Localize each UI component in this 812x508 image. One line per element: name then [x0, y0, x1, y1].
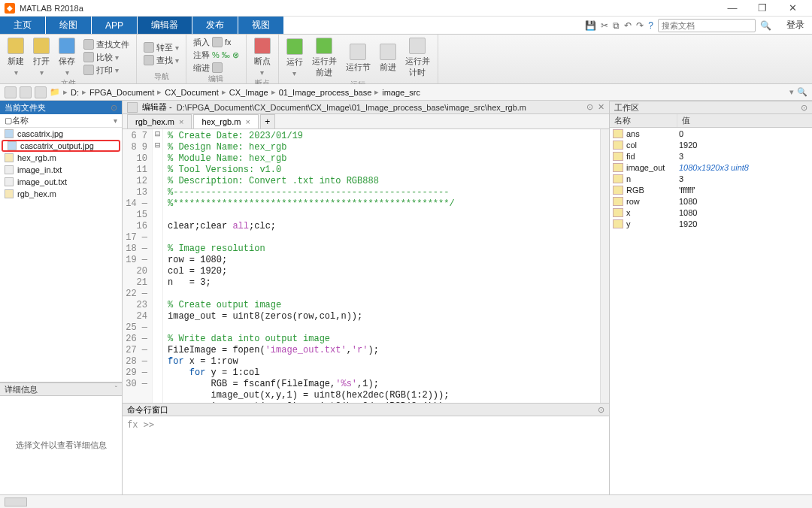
addr-search-icon[interactable]: 🔍	[797, 87, 807, 97]
tab-publish[interactable]: 发布	[192, 17, 238, 34]
run-section-button[interactable]: 运行节	[343, 42, 374, 74]
path-seg-4[interactable]: 01_Image_process_base	[279, 88, 372, 97]
group-label-nav: 导航	[154, 71, 169, 82]
details-message: 选择文件以查看详细信息	[0, 396, 122, 494]
comment-button[interactable]: 注释 % ‰ ⊗	[191, 49, 241, 61]
path-seg-2[interactable]: CX_Document	[165, 88, 219, 97]
maximize-button[interactable]: ❐	[747, 2, 777, 14]
qat-help-icon[interactable]: ?	[648, 20, 653, 31]
tab-home[interactable]: 主页	[0, 17, 45, 34]
nav-back-icon[interactable]	[5, 86, 17, 98]
ribbon-tab-strip: 主页 绘图 APP 编辑器 发布 视图 💾 ✂ ⧉ ↶ ↷ ? 🔍 登录	[0, 17, 812, 35]
workspace-variable[interactable]: row1080	[610, 195, 812, 207]
addr-dropdown-icon[interactable]: ▾	[789, 87, 794, 97]
tab-close-icon[interactable]: ×	[179, 117, 183, 126]
command-window[interactable]: fx >>	[123, 416, 609, 494]
new-button[interactable]: 新建▾	[5, 36, 27, 78]
editor-scrollbar[interactable]	[600, 129, 609, 403]
quick-access-toolbar: 💾 ✂ ⧉ ↶ ↷ ? 🔍	[577, 17, 779, 34]
nav-up-icon[interactable]	[35, 86, 47, 98]
variable-icon	[613, 163, 623, 172]
current-folder-header: 当前文件夹 ⊙	[0, 101, 122, 114]
run-button[interactable]: 运行▾	[283, 37, 306, 79]
qat-redo-icon[interactable]: ↷	[636, 20, 644, 31]
workspace-variable[interactable]: col1920	[610, 139, 812, 150]
editor-title-bar: 编辑器 - D:\FPGA_Document\CX_Document\CX_Im…	[123, 101, 609, 114]
qat-undo-icon[interactable]: ↶	[624, 20, 632, 31]
find-button[interactable]: 查找▾	[141, 54, 181, 66]
file-item[interactable]: image_out.txt	[0, 176, 122, 188]
file-list-header: ▢ 名称▾	[0, 114, 122, 128]
breakpoints-button[interactable]: 断点▾	[251, 36, 274, 78]
indent-icon	[212, 62, 223, 73]
tab-editor[interactable]: 编辑器	[138, 17, 192, 34]
insert-icon	[212, 37, 223, 47]
file-item[interactable]: rgb_hex.m	[0, 188, 122, 200]
workspace-variable[interactable]: y1920	[610, 218, 812, 229]
tab-close-icon[interactable]: ×	[245, 117, 250, 126]
run-advance-button[interactable]: 运行并 前进	[309, 36, 340, 80]
add-tab-button[interactable]: +	[260, 114, 275, 129]
compare-button[interactable]: 比较▾	[81, 51, 132, 63]
title-bar: ◆ MATLAB R2018a — ❐ ✕	[0, 0, 812, 17]
code-editor[interactable]: 6 7 8 9 10 11 12 13 14 — 15 16 17 — 18 —…	[123, 129, 609, 403]
file-tab-rgb-hex[interactable]: rgb_hex.m×	[127, 114, 192, 129]
tab-apps[interactable]: APP	[92, 17, 137, 34]
details-collapse-icon[interactable]: ˇ	[115, 386, 117, 394]
search-icon[interactable]: 🔍	[760, 20, 771, 31]
workspace-variable[interactable]: fid3	[610, 150, 812, 162]
close-button[interactable]: ✕	[777, 2, 807, 14]
workspace-variable[interactable]: ans0	[610, 128, 812, 139]
insert-button[interactable]: 插入 fx	[191, 36, 241, 48]
print-button[interactable]: 打印▾	[81, 64, 132, 76]
file-item[interactable]: image_in.txt	[0, 164, 122, 176]
editor-panel: 编辑器 - D:\FPGA_Document\CX_Document\CX_Im…	[123, 101, 609, 494]
qat-cut-icon[interactable]: ✂	[601, 20, 608, 31]
advance-button[interactable]: 前进	[377, 42, 399, 74]
tab-view[interactable]: 视图	[238, 17, 283, 34]
file-type-icon	[8, 141, 17, 150]
workspace-menu-icon[interactable]: ⊙	[801, 103, 807, 113]
open-button[interactable]: 打开▾	[30, 36, 53, 78]
details-header: 详细信息ˇ	[0, 383, 122, 396]
variable-icon	[613, 186, 623, 195]
workspace-variable[interactable]: RGB'ffffff'	[610, 184, 812, 195]
doc-search-input[interactable]	[658, 19, 756, 32]
qat-save-icon[interactable]: 💾	[585, 20, 596, 31]
file-tab-hex-rgb[interactable]: hex_rgb.m×	[193, 114, 258, 129]
editor-menu-icon[interactable]: ⊙	[586, 102, 593, 112]
run-time-button[interactable]: 运行并 计时	[402, 36, 433, 80]
save-button[interactable]: 保存▾	[56, 36, 78, 78]
file-item[interactable]: cascatrix_output.jpg	[2, 140, 120, 152]
find-files-button[interactable]: 查找文件	[81, 38, 132, 50]
login-button[interactable]: 登录	[779, 17, 812, 34]
panel-menu-icon[interactable]: ⊙	[111, 103, 117, 113]
workspace-variable[interactable]: image_out1080x1920x3 uint8	[610, 162, 812, 173]
variable-icon	[613, 219, 623, 228]
indent-button[interactable]: 缩进	[191, 62, 241, 74]
file-type-icon	[5, 129, 14, 138]
current-folder-panel: 当前文件夹 ⊙ ▢ 名称▾ cascatrix.jpgcascatrix_out…	[0, 101, 123, 494]
variable-icon	[613, 152, 623, 161]
file-item[interactable]: cascatrix.jpg	[0, 128, 122, 140]
path-seg-1[interactable]: FPGA_Document	[89, 88, 154, 97]
variable-icon	[613, 174, 623, 183]
workspace-variable[interactable]: x1080	[610, 207, 812, 218]
minimize-button[interactable]: —	[717, 2, 747, 14]
goto-button[interactable]: 转至▾	[141, 41, 181, 53]
workspace-header: 工作区 ⊙	[610, 101, 812, 114]
editor-close-icon[interactable]: ✕	[598, 102, 604, 112]
path-seg-5[interactable]: image_src	[382, 88, 420, 97]
tab-plots[interactable]: 绘图	[46, 17, 91, 34]
nav-fwd-icon[interactable]	[20, 86, 32, 98]
variable-icon	[613, 197, 623, 206]
path-seg-3[interactable]: CX_Image	[229, 88, 268, 97]
workspace-variable[interactable]: n3	[610, 173, 812, 184]
cmd-menu-icon[interactable]: ⊙	[598, 405, 604, 415]
workspace-panel: 工作区 ⊙ 名称 值 ans0col1920fid3image_out1080x…	[609, 101, 812, 494]
path-seg-0[interactable]: D:	[71, 88, 79, 97]
compare-icon	[83, 52, 94, 62]
address-bar: 📁 ▸D: ▸FPGA_Document ▸CX_Document ▸CX_Im…	[0, 84, 812, 101]
file-item[interactable]: hex_rgb.m	[0, 152, 122, 164]
qat-copy-icon[interactable]: ⧉	[613, 20, 620, 31]
